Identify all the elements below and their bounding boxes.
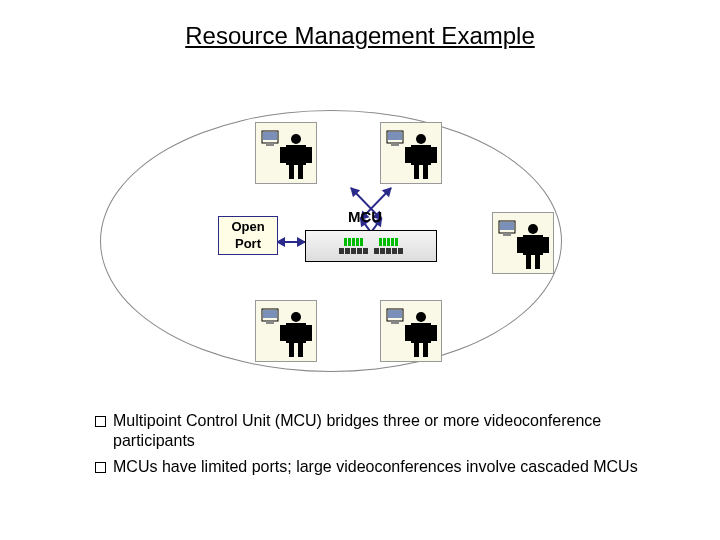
svg-point-12 — [416, 134, 426, 144]
svg-rect-19 — [500, 222, 514, 230]
svg-rect-6 — [298, 165, 303, 179]
svg-rect-40 — [411, 323, 431, 343]
open-port-line2: Port — [219, 235, 277, 252]
svg-rect-22 — [523, 235, 543, 255]
mcu-device — [305, 230, 437, 262]
bullet-item: Multipoint Control Unit (MCU) bridges th… — [95, 411, 680, 451]
svg-rect-34 — [280, 325, 286, 341]
svg-rect-10 — [388, 132, 402, 140]
slide: Resource Management Example MCU — [0, 0, 720, 540]
svg-point-39 — [416, 312, 426, 322]
svg-rect-37 — [388, 310, 402, 318]
slide-title: Resource Management Example — [0, 22, 720, 50]
svg-rect-38 — [391, 321, 399, 324]
endpoint-right — [492, 212, 554, 274]
svg-point-30 — [291, 312, 301, 322]
svg-rect-29 — [266, 321, 274, 324]
svg-point-3 — [291, 134, 301, 144]
svg-rect-43 — [405, 325, 411, 341]
svg-rect-42 — [423, 343, 428, 357]
svg-rect-13 — [411, 145, 431, 165]
svg-rect-35 — [306, 325, 312, 341]
svg-rect-41 — [414, 343, 419, 357]
mcu-port-icon — [374, 248, 403, 254]
svg-rect-23 — [526, 255, 531, 269]
svg-rect-28 — [263, 310, 277, 318]
svg-rect-15 — [423, 165, 428, 179]
endpoint-top-left — [255, 122, 317, 184]
svg-rect-20 — [503, 233, 511, 236]
mcu-label: MCU — [348, 208, 382, 225]
svg-rect-14 — [414, 165, 419, 179]
svg-rect-7 — [280, 147, 286, 163]
svg-rect-44 — [431, 325, 437, 341]
mcu-link-arrow — [277, 241, 305, 243]
svg-rect-26 — [543, 237, 549, 253]
svg-rect-33 — [298, 343, 303, 357]
svg-rect-24 — [535, 255, 540, 269]
svg-rect-11 — [391, 143, 399, 146]
svg-rect-25 — [517, 237, 523, 253]
svg-rect-31 — [286, 323, 306, 343]
svg-rect-16 — [405, 147, 411, 163]
endpoint-top-right — [380, 122, 442, 184]
mcu-port-icon — [339, 248, 368, 254]
svg-rect-4 — [286, 145, 306, 165]
mcu-led-icon — [379, 238, 398, 246]
svg-rect-1 — [263, 132, 277, 140]
svg-rect-2 — [266, 143, 274, 146]
open-port-label: Open Port — [218, 216, 278, 255]
svg-rect-8 — [306, 147, 312, 163]
svg-rect-32 — [289, 343, 294, 357]
network-diagram: MCU Open Port — [100, 110, 560, 370]
svg-point-21 — [528, 224, 538, 234]
bullet-item: MCUs have limited ports; large videoconf… — [95, 457, 680, 477]
endpoint-bottom-left — [255, 300, 317, 362]
mcu-led-icon — [344, 238, 363, 246]
svg-rect-17 — [431, 147, 437, 163]
bullet-list: Multipoint Control Unit (MCU) bridges th… — [55, 411, 680, 483]
endpoint-bottom-right — [380, 300, 442, 362]
open-port-line1: Open — [219, 218, 277, 235]
svg-rect-5 — [289, 165, 294, 179]
